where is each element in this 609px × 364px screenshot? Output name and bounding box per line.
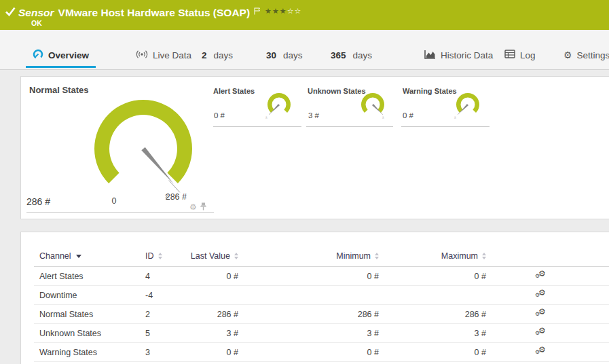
channel-settings-gears-icon[interactable]: ⚙⚙ xyxy=(486,271,535,281)
last-value: 286 # xyxy=(179,310,238,319)
prtg-sensor-page: Sensor VMware Host Hardware Status (SOAP… xyxy=(0,0,609,364)
channel-id: 5 xyxy=(145,329,179,338)
tab-number: 365 xyxy=(331,50,346,60)
column-header-last-value[interactable]: Last Value xyxy=(179,251,238,261)
normal-states-value: 286 # xyxy=(26,196,50,207)
object-type-label: Sensor xyxy=(18,7,54,19)
tab-2-days[interactable]: 2 days xyxy=(195,41,240,69)
gear-icon: ⚙ xyxy=(564,50,572,60)
check-icon xyxy=(5,7,16,19)
minimum-value: 0 # xyxy=(238,348,379,357)
stars-empty: ☆☆ xyxy=(287,7,302,15)
last-value: 3 # xyxy=(179,329,238,338)
channel-id: 2 xyxy=(145,310,179,319)
table-row[interactable]: Warning States 3 0 # 0 # 0 # ⚙⚙ xyxy=(34,343,609,362)
maximum-value: 0 # xyxy=(379,348,486,357)
gauge-icon xyxy=(33,49,43,62)
column-header-minimum[interactable]: Minimum xyxy=(238,251,379,261)
average-marker: x̄ xyxy=(265,115,267,120)
channel-name[interactable]: Downtime xyxy=(39,291,145,300)
last-value: 0 # xyxy=(179,272,238,281)
table-row[interactable]: Downtime -4 ⚙⚙ xyxy=(34,286,609,305)
tab-log[interactable]: Log xyxy=(498,41,542,69)
table-row[interactable]: Unknown States 5 3 # 3 # 3 # ⚙⚙ xyxy=(34,324,609,343)
sensor-title: VMware Host Hardware Status (SOAP) xyxy=(58,7,251,19)
channel-id: -4 xyxy=(145,291,179,300)
area-chart-icon xyxy=(424,50,436,61)
live-broadcast-icon xyxy=(136,50,148,61)
warning-states-value: 0 # xyxy=(403,111,413,120)
tab-365-days[interactable]: 365 days xyxy=(324,41,379,69)
gauge-scale-max: 286 # xyxy=(141,192,187,202)
alert-states-value: 0 # xyxy=(214,111,225,120)
tab-number: 30 xyxy=(266,50,276,60)
tab-label: days xyxy=(214,50,234,60)
maximum-value: 286 # xyxy=(379,310,486,319)
tab-label: days xyxy=(283,50,303,60)
log-list-icon xyxy=(504,50,515,60)
table-header-row: Channel ID Last Value Minimum Maximum xyxy=(34,246,609,267)
minimum-value: 0 # xyxy=(238,272,379,281)
channel-name[interactable]: Warning States xyxy=(39,348,145,357)
tab-label: Settings xyxy=(577,50,609,60)
average-marker: x̄ xyxy=(454,115,456,120)
unknown-states-title: Unknown States xyxy=(308,87,366,95)
tab-live-data[interactable]: Live Data xyxy=(129,41,198,69)
last-value: 0 # xyxy=(179,348,238,357)
normal-states-gauge: x̄ xyxy=(75,84,211,206)
average-marker: x̄ xyxy=(382,115,384,120)
gauge-needle xyxy=(141,147,174,184)
sort-icon xyxy=(482,253,486,259)
warning-states-gauge: x̄ xyxy=(453,90,483,120)
priority-stars[interactable]: ★★★☆☆ xyxy=(265,7,301,16)
tab-number: 2 xyxy=(202,50,207,60)
channels-table-panel: Channel ID Last Value Minimum Maximum xyxy=(20,232,609,364)
minimum-value: 3 # xyxy=(238,329,379,338)
channel-name[interactable]: Normal States xyxy=(39,310,145,319)
column-header-id[interactable]: ID xyxy=(145,251,179,261)
sort-icon xyxy=(158,253,162,259)
channel-name[interactable]: Alert States xyxy=(39,272,145,281)
warning-states-title: Warning States xyxy=(403,87,457,95)
tab-label: days xyxy=(353,50,373,60)
gauges-panel: Normal States x̄ 0 286 # 286 # ⚙ Alert S… xyxy=(20,76,609,219)
gauge-scale-min: 0 xyxy=(106,196,122,206)
channel-id: 4 xyxy=(145,272,179,281)
table-row[interactable]: Normal States 2 286 # 286 # 286 # ⚙⚙ xyxy=(34,305,609,324)
pin-icon[interactable] xyxy=(200,201,207,213)
sort-desc-icon xyxy=(76,255,81,258)
alert-states-title: Alert States xyxy=(213,87,255,95)
divider xyxy=(306,126,393,127)
channel-name[interactable]: Unknown States xyxy=(39,329,145,338)
sensor-title-line: Sensor VMware Host Hardware Status (SOAP… xyxy=(18,5,301,19)
column-header-maximum[interactable]: Maximum xyxy=(379,251,486,261)
channels-table: Channel ID Last Value Minimum Maximum xyxy=(34,246,609,362)
tab-bar: Overview Live Data 2 days 30 days 365 da… xyxy=(0,30,609,70)
minimum-value: 286 # xyxy=(238,310,379,319)
channel-settings-gears-icon[interactable]: ⚙⚙ xyxy=(486,328,535,338)
flag-icon[interactable] xyxy=(254,5,261,18)
maximum-value: 0 # xyxy=(379,272,486,281)
gauge-settings-gear-icon[interactable]: ⚙ xyxy=(189,203,197,211)
maximum-value: 3 # xyxy=(379,329,486,338)
table-row[interactable]: Alert States 4 0 # 0 # 0 # ⚙⚙ xyxy=(34,267,609,286)
divider xyxy=(26,212,214,213)
tab-30-days[interactable]: 30 days xyxy=(259,41,310,69)
channel-settings-gears-icon[interactable]: ⚙⚙ xyxy=(486,290,535,300)
tab-settings[interactable]: ⚙ Settings xyxy=(557,41,609,69)
tab-label: Live Data xyxy=(153,50,191,60)
column-header-channel[interactable]: Channel xyxy=(39,251,145,261)
tab-label: Overview xyxy=(48,50,89,60)
divider xyxy=(213,126,301,127)
tab-label: Historic Data xyxy=(441,50,493,60)
sensor-status-badge: OK xyxy=(31,19,42,27)
stars-filled: ★★★ xyxy=(265,7,287,15)
channel-settings-gears-icon[interactable]: ⚙⚙ xyxy=(486,309,535,319)
tab-label: Log xyxy=(520,50,536,60)
unknown-states-gauge: x̄ xyxy=(358,90,388,120)
channel-settings-gears-icon[interactable]: ⚙⚙ xyxy=(486,347,535,357)
sensor-status-header: Sensor VMware Host Hardware Status (SOAP… xyxy=(0,0,609,30)
channel-id: 3 xyxy=(145,348,179,357)
tab-historic-data[interactable]: Historic Data xyxy=(418,41,500,69)
tab-overview[interactable]: Overview xyxy=(26,41,96,69)
